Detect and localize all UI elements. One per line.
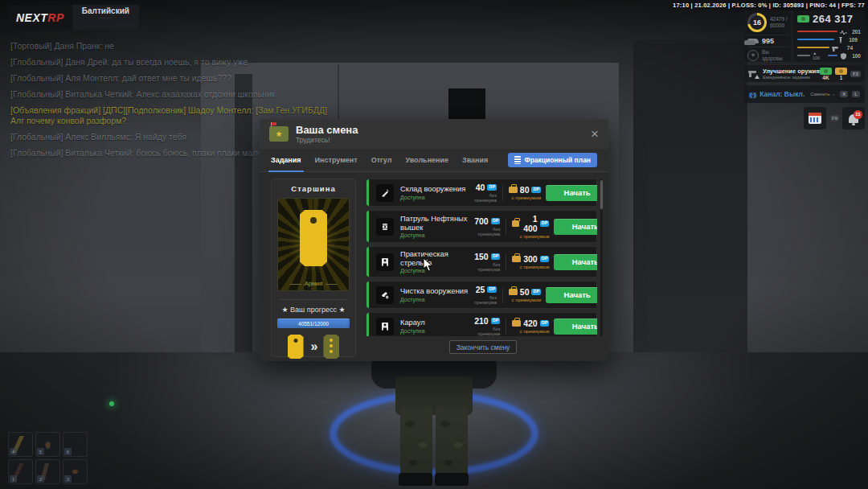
tab-dayoff[interactable]: Отгул	[371, 149, 392, 172]
document-icon	[514, 156, 521, 164]
start-task-button[interactable]: Начать	[554, 318, 597, 335]
premium-reward-label: с премиумом	[509, 298, 541, 302]
divider	[502, 185, 503, 201]
stat-row-skill: 74	[797, 43, 861, 51]
chat-message: [Глобальный] Даня Дрей: да ты всегда ное…	[10, 57, 340, 68]
start-task-button[interactable]: Начать	[546, 185, 597, 201]
finish-shift-button[interactable]: Закончить смену	[449, 340, 517, 354]
dp-currency-badge: DP	[540, 320, 550, 327]
briefcase-icon	[509, 289, 518, 295]
briefcase-icon	[512, 256, 521, 262]
xp-total: 60000	[770, 23, 788, 29]
armor-inline-number: 100	[813, 55, 820, 60]
start-task-button[interactable]: Начать	[554, 219, 597, 235]
chat-message: [Глобальный] Виталька Четкий: Алекс ахаа…	[10, 89, 340, 100]
base-reward-value: 150	[474, 252, 489, 261]
dp-currency-badge: DP	[487, 286, 497, 293]
health-status: Вы здоровы	[762, 49, 783, 61]
briefcase-icon	[509, 187, 518, 193]
task-name: Караул	[400, 318, 474, 327]
armor-inline-value: ▲ 100	[813, 51, 825, 60]
task-row: Чистка вооружения Доступна 25DP без прем…	[366, 281, 597, 309]
hotbar-slot[interactable]: 4	[8, 432, 33, 457]
tab-ranks[interactable]: Звания	[462, 149, 488, 172]
tab-tasks[interactable]: Задания	[271, 149, 301, 172]
energy-bar	[797, 39, 834, 40]
shooting-target-icon	[376, 253, 394, 271]
money-value: 264 317	[813, 13, 854, 25]
weapon-upgrade-subtitle: Ежедневное задание	[763, 75, 817, 80]
task-rewards: 40DP без премиума 80DP с премиумом	[474, 183, 541, 203]
notifications-button[interactable]: 11	[842, 107, 865, 129]
hotbar-slot[interactable]: 1	[8, 459, 33, 484]
base-reward-label: без премиума	[474, 227, 500, 236]
radio-channel-panel[interactable]: ((·)) Канал: Выкл. Сменить → X L	[744, 85, 865, 103]
faction-plan-label: Фракционный план	[524, 156, 591, 164]
faction-plan-button[interactable]: Фракционный план	[508, 153, 597, 167]
xp-current: 42479 /	[770, 16, 788, 23]
stat-row-armor: ▲ 100 100	[797, 51, 861, 60]
weapon-hotbar: 4 5 6 1 2 3	[8, 432, 88, 484]
close-icon[interactable]: ×	[591, 127, 599, 141]
rank-insignia: Армия	[277, 198, 350, 291]
stamina-value: 995	[762, 37, 774, 45]
notification-count-badge: 11	[854, 110, 862, 119]
premium-reward-label: с премиумом	[509, 195, 541, 200]
task-status: Доступна	[400, 268, 474, 273]
weapon-upgrade-panel[interactable]: Улучшение оружия Ежедневное задание 4K 1…	[744, 65, 865, 82]
calendar-button[interactable]	[804, 107, 826, 129]
armor-bar-right	[828, 55, 837, 56]
task-list-scrollbar[interactable]	[600, 179, 603, 336]
tab-tool[interactable]: Инструмент	[315, 149, 358, 172]
hotbar-slot[interactable]: 3	[63, 459, 88, 484]
cash-icon	[797, 15, 809, 23]
modal-title: Ваша смена	[296, 125, 358, 136]
progress-value: 40551/12000	[298, 321, 329, 327]
chat-message: [Торговый] Даня Пранк: не	[10, 41, 340, 51]
channel-change-hint: Сменить →	[810, 92, 836, 97]
scrollbar-thumb[interactable]	[600, 180, 603, 209]
dp-currency-badge: DP	[531, 289, 541, 295]
task-rewards: 700DP без премиума 1 400DP с премиумом	[474, 214, 549, 239]
tab-resign[interactable]: Увольнение	[405, 149, 448, 172]
server-logo: NEXTRP Балтийский ·······	[8, 5, 139, 30]
task-status: Доступна	[400, 328, 474, 334]
slot-number: 6	[64, 448, 72, 455]
base-reward-value: 40	[476, 183, 485, 192]
task-status-accent	[366, 313, 369, 336]
task-rewards: 25DP без премиума 50DP с премиумом	[474, 285, 541, 305]
cash-reward-icon	[820, 68, 832, 75]
brand-name: NEXT	[16, 11, 47, 24]
brand-logo: NEXTRP	[8, 5, 72, 30]
divider	[506, 318, 506, 335]
start-task-button[interactable]: Начать	[546, 287, 597, 303]
calendar-icon	[809, 113, 821, 124]
dp-currency-badge: DP	[491, 253, 501, 260]
health-line2: здоровы	[762, 55, 783, 62]
hotbar-slot[interactable]: 6	[63, 432, 88, 457]
health-bar	[797, 31, 837, 32]
pistol-icon	[832, 40, 839, 55]
hotbar-slot[interactable]: 2	[35, 459, 60, 484]
task-rewards: 150DP без премиума 300DP с премиумом	[474, 252, 549, 272]
channel-status: Канал: Выкл.	[760, 90, 806, 98]
level-ring: 16	[747, 13, 767, 32]
task-status-accent	[366, 281, 369, 308]
dp-currency-badge: DP	[540, 256, 550, 262]
stat-value: 201	[850, 29, 861, 35]
voucher-value: 1	[835, 75, 847, 80]
hud-panel: 16 42479 / 60000 995 ♥ Вы здоровы	[744, 10, 865, 62]
hotkey-x: X	[840, 91, 848, 97]
start-task-button[interactable]: Начать	[554, 254, 597, 270]
hud-stats-column: 264 317 201 109 74 ▲ 100	[792, 10, 865, 62]
premium-reward-value: 80	[520, 185, 530, 195]
xp-progress: 42479 / 60000	[770, 16, 788, 29]
task-status-accent	[366, 247, 369, 277]
voucher-reward: 1	[835, 68, 847, 80]
slot-number: 3	[64, 475, 72, 483]
hotbar-slot[interactable]: 5	[35, 432, 60, 457]
briefcase-icon	[512, 320, 521, 327]
base-reward-value: 210	[474, 316, 489, 326]
modal-tab-bar: Задания Инструмент Отгул Увольнение Зван…	[260, 149, 608, 172]
dp-currency-badge: DP	[491, 318, 501, 324]
